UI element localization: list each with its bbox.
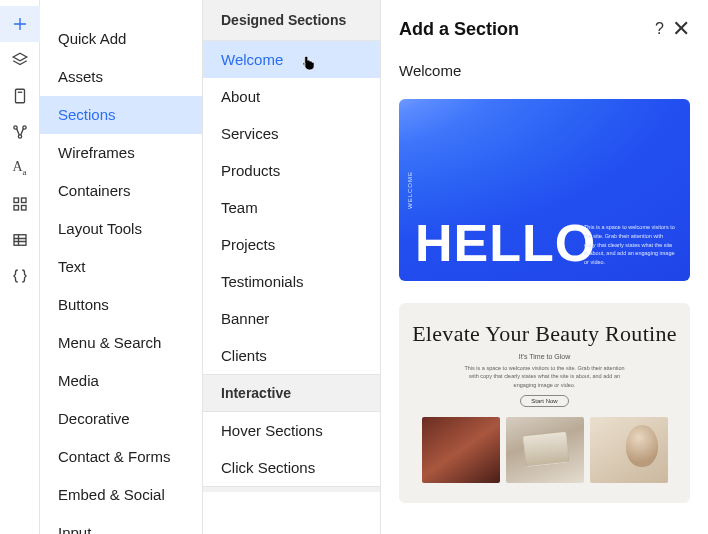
preview-card-beauty[interactable]: Elevate Your Beauty Routine It's Time to… (399, 303, 690, 503)
subcat-team[interactable]: Team (203, 189, 380, 226)
tool-rail: Aa (0, 0, 40, 534)
preview-image-placeholder (422, 417, 500, 483)
preview-image-placeholder (506, 417, 584, 483)
subcat-products[interactable]: Products (203, 152, 380, 189)
subcat-label: Welcome (221, 51, 283, 68)
preview-hello-big-text: HELLO (415, 213, 596, 273)
subcategories-column: Designed Sections Welcome About Services… (203, 0, 381, 534)
subcat-about[interactable]: About (203, 78, 380, 115)
app-root: Aa Quick Add Assets Sections Wireframes … (0, 0, 708, 534)
group-header-interactive: Interactive (203, 374, 380, 412)
subcat-projects[interactable]: Projects (203, 226, 380, 263)
subcat-clients[interactable]: Clients (203, 337, 380, 374)
subcat-welcome[interactable]: Welcome (203, 41, 380, 78)
category-buttons[interactable]: Buttons (40, 286, 202, 324)
node-icon[interactable] (0, 114, 40, 150)
type-icon[interactable]: Aa (0, 150, 40, 186)
svg-point-3 (18, 135, 21, 138)
category-menu-search[interactable]: Menu & Search (40, 324, 202, 362)
section-name-label: Welcome (399, 62, 690, 79)
main-panel: Add a Section ? ✕ Welcome WELCOME HELLO … (381, 0, 708, 534)
svg-rect-8 (14, 235, 26, 246)
pointer-cursor-icon (299, 53, 315, 74)
table-icon[interactable] (0, 222, 40, 258)
category-assets[interactable]: Assets (40, 58, 202, 96)
category-contact-forms[interactable]: Contact & Forms (40, 438, 202, 476)
preview-image-placeholder (590, 417, 668, 483)
preview-beauty-images (422, 417, 668, 483)
category-containers[interactable]: Containers (40, 172, 202, 210)
panel-actions: ? ✕ (655, 18, 690, 40)
preview-beauty-headline: Elevate Your Beauty Routine (412, 321, 677, 347)
panel-title: Add a Section (399, 19, 519, 40)
svg-rect-0 (15, 89, 24, 103)
page-icon[interactable] (0, 78, 40, 114)
preview-hello-small-text: This is a space to welcome visitors to t… (584, 223, 676, 267)
subcat-click-sections[interactable]: Click Sections (203, 449, 380, 486)
category-input[interactable]: Input (40, 514, 202, 534)
category-wireframes[interactable]: Wireframes (40, 134, 202, 172)
group-header-designed: Designed Sections (203, 0, 380, 41)
grid-icon[interactable] (0, 186, 40, 222)
preview-list: WELCOME HELLO This is a space to welcome… (399, 99, 690, 513)
help-icon[interactable]: ? (655, 21, 664, 37)
category-decorative[interactable]: Decorative (40, 400, 202, 438)
layers-icon[interactable] (0, 42, 40, 78)
plus-icon[interactable] (0, 6, 40, 42)
preview-beauty-sub2: This is a space to welcome visitors to t… (461, 364, 629, 389)
categories-column: Quick Add Assets Sections Wireframes Con… (40, 0, 203, 534)
subcat-hover-sections[interactable]: Hover Sections (203, 412, 380, 449)
preview-hello-vertical-label: WELCOME (407, 171, 413, 209)
group-divider (203, 486, 380, 492)
preview-card-hello[interactable]: WELCOME HELLO This is a space to welcome… (399, 99, 690, 281)
close-icon[interactable]: ✕ (672, 18, 690, 40)
category-media[interactable]: Media (40, 362, 202, 400)
category-sections[interactable]: Sections (40, 96, 202, 134)
svg-rect-4 (14, 198, 19, 203)
subcat-banner[interactable]: Banner (203, 300, 380, 337)
category-embed-social[interactable]: Embed & Social (40, 476, 202, 514)
braces-icon[interactable] (0, 258, 40, 294)
svg-rect-5 (21, 198, 26, 203)
subcat-services[interactable]: Services (203, 115, 380, 152)
svg-rect-6 (14, 206, 19, 211)
category-layout-tools[interactable]: Layout Tools (40, 210, 202, 248)
preview-beauty-sub1: It's Time to Glow (519, 353, 571, 360)
panel-header: Add a Section ? ✕ (399, 18, 690, 40)
category-quick-add[interactable]: Quick Add (40, 20, 202, 58)
preview-beauty-button: Start Now (520, 395, 568, 407)
subcat-testimonials[interactable]: Testimonials (203, 263, 380, 300)
category-text[interactable]: Text (40, 248, 202, 286)
svg-rect-7 (21, 206, 26, 211)
